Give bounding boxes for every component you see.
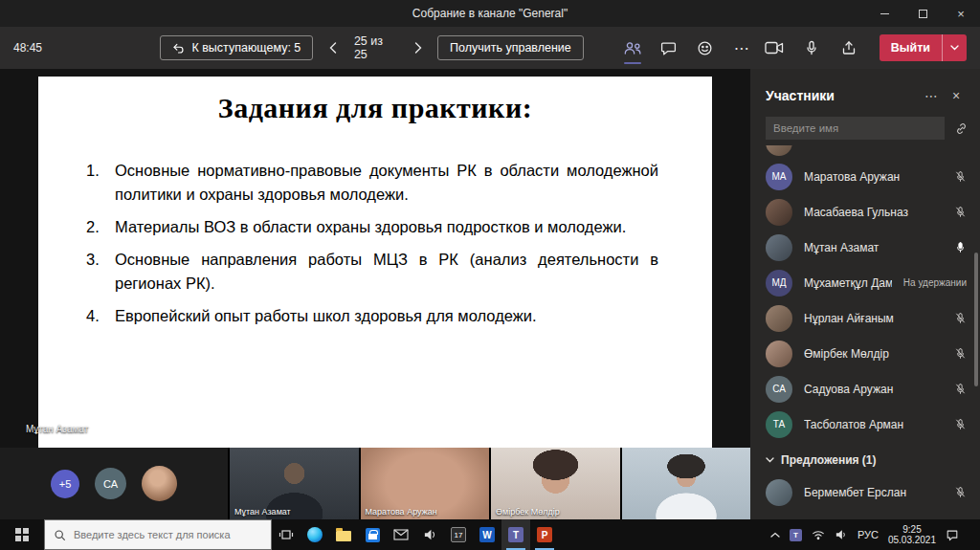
participant-row[interactable]: Масабаева Гульназ [750, 194, 980, 230]
mic-muted-icon[interactable] [954, 312, 967, 324]
share-button[interactable] [833, 32, 865, 64]
participants-more-button[interactable]: ⋯ [919, 86, 944, 105]
taskbar-search-box[interactable] [44, 519, 272, 550]
participant-row[interactable]: Нұрлан Айғаным [750, 300, 980, 336]
teams-icon[interactable]: T [501, 519, 530, 550]
mail-icon[interactable] [387, 519, 415, 550]
network-icon[interactable] [812, 529, 825, 540]
avatar: МД [766, 270, 792, 297]
avatar: СА [766, 376, 792, 403]
more-options-button[interactable]: ⋯ [725, 32, 758, 64]
task-view-button[interactable] [272, 519, 301, 550]
participants-close-button[interactable]: × [944, 86, 969, 105]
participant-name: Мұхаметқұл Дамир [804, 276, 892, 290]
mic-toggle-button[interactable] [795, 32, 828, 64]
teams-meeting-window: Собрание в канале "General" × 48:45 К вы… [0, 0, 980, 550]
taskbar-clock[interactable]: 9:25 05.03.2021 [888, 524, 936, 545]
word-icon[interactable]: W [473, 519, 501, 550]
tray-teams-icon[interactable]: T [790, 529, 802, 541]
participant-row[interactable]: МА Маратова Аружан [750, 159, 980, 194]
file-explorer-icon[interactable] [329, 519, 358, 550]
shared-slide: Задания для практики: 1. Основные нормат… [38, 77, 712, 448]
avatar [766, 305, 792, 332]
leave-button[interactable]: Выйти [880, 34, 942, 61]
mic-muted-icon[interactable] [954, 383, 967, 395]
presentation-controls: К выступающему: 5 25 из 25 Получить упра… [160, 34, 583, 61]
video-tile-name: Өмірбек Мөлдір [496, 507, 560, 517]
participant-row[interactable]: ТА Тасболатов Арман [750, 407, 980, 442]
panel-scrollbar[interactable] [974, 253, 978, 386]
to-speaker-button[interactable]: К выступающему: 5 [160, 35, 313, 60]
titlebar: Собрание в канале "General" × [0, 0, 980, 27]
suggestions-section-header[interactable]: Предложения (1) [750, 442, 980, 474]
slide-list-item: 3. Основные направления работы МЦЗ в РК … [86, 248, 658, 296]
filmstrip: +5 СА Мұтан Азамат Маратова Аружан Өмірб… [0, 448, 750, 519]
system-tray: T РУС 9:25 05.03.2021 [770, 519, 980, 550]
participants-header: Участники ⋯ × [750, 69, 980, 117]
mic-muted-icon[interactable] [954, 418, 967, 430]
camera-icon [765, 41, 784, 55]
camera-toggle-button[interactable] [758, 32, 791, 64]
mic-icon [804, 40, 819, 55]
on-hold-status: На удержании [903, 277, 967, 288]
close-button[interactable]: × [942, 0, 980, 27]
video-tile[interactable]: Мұтан Азамат [230, 448, 359, 519]
video-tile[interactable]: Өмірбек Мөлдір [491, 448, 620, 519]
av-controls: Выйти [758, 32, 967, 64]
maximize-button[interactable] [903, 0, 942, 27]
calendar-date-badge: 17 [451, 527, 466, 542]
avatar: ТА [766, 411, 792, 438]
previous-slide-button[interactable] [323, 35, 343, 60]
take-control-label: Получить управление [450, 41, 571, 55]
taskbar-search-input[interactable] [74, 529, 262, 540]
edge-icon[interactable] [301, 519, 329, 550]
action-center-icon[interactable] [946, 529, 959, 541]
video-tile[interactable]: Маратова Аружан [361, 448, 490, 519]
next-slide-button[interactable] [408, 35, 428, 60]
avatar[interactable]: СА [95, 468, 126, 499]
participant-name: Нұрлан Айғаным [804, 312, 943, 325]
minimize-button[interactable] [865, 0, 903, 27]
participants-list: МА Маратова Аружан Масабаева Гульназ Мұт… [750, 159, 980, 510]
mic-muted-icon[interactable] [954, 206, 967, 218]
tray-chevron-up-icon[interactable] [770, 532, 780, 538]
leave-options-button[interactable] [942, 34, 967, 61]
copy-invite-link-button[interactable] [954, 121, 969, 136]
participants-toggle-button[interactable] [616, 32, 649, 64]
avatar[interactable] [142, 466, 177, 501]
window-title: Собрание в канале "General" [0, 0, 980, 27]
start-button[interactable] [0, 519, 44, 550]
participant-row[interactable]: МД Мұхаметқұл Дамир На удержании [750, 265, 980, 300]
take-control-button[interactable]: Получить управление [437, 35, 584, 60]
participant-row[interactable]: Өмірбек Мөлдір [750, 336, 980, 371]
leave-split-button: Выйти [880, 34, 967, 61]
participant-name: Бермембет Ерслан [804, 486, 943, 499]
participant-name: Тасболатов Арман [804, 418, 943, 431]
participant-row[interactable]: СА Садуова Аружан [750, 371, 980, 407]
mic-muted-icon[interactable] [954, 486, 967, 498]
media-player-icon[interactable] [415, 519, 444, 550]
video-tile[interactable] [622, 448, 751, 519]
window-controls: × [865, 0, 980, 27]
mic-muted-icon[interactable] [954, 347, 967, 360]
calendar-icon[interactable]: 17 [444, 519, 473, 550]
video-tile-name: Маратова Аружан [366, 507, 437, 517]
chat-toggle-button[interactable] [653, 32, 685, 64]
more-icon: ⋯ [924, 88, 938, 103]
reactions-icon [697, 40, 713, 56]
participant-row[interactable]: Бермембет Ерслан [750, 474, 980, 510]
avatar [766, 199, 792, 226]
list-number: 3. [86, 248, 115, 296]
store-icon[interactable] [358, 519, 387, 550]
powerpoint-icon[interactable]: P [530, 519, 559, 550]
overflow-count-badge[interactable]: +5 [51, 470, 79, 498]
mic-on-icon[interactable] [954, 241, 967, 253]
language-indicator[interactable]: РУС [858, 529, 879, 540]
participant-search-input[interactable] [766, 117, 945, 140]
scrolled-participant-row [766, 145, 957, 158]
mic-muted-icon[interactable] [954, 170, 967, 183]
volume-icon[interactable] [835, 529, 848, 540]
reactions-button[interactable] [689, 32, 722, 64]
close-icon: × [957, 7, 965, 21]
participant-row[interactable]: Мұтан Азамат [750, 230, 980, 265]
